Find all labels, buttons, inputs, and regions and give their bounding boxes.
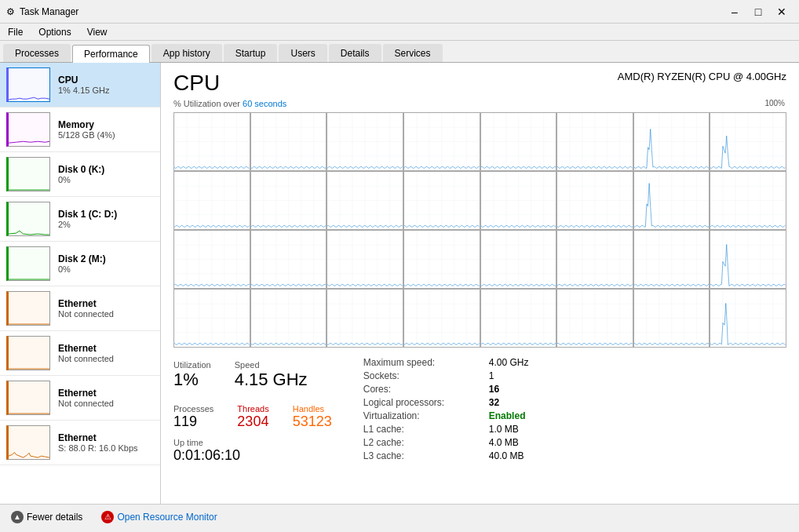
- eth1-sparkline: [6, 291, 50, 326]
- threads-value: 2304: [237, 414, 268, 430]
- cpu-core-cell-3: [404, 113, 480, 170]
- svg-rect-0: [9, 68, 49, 101]
- sidebar-item-disk1[interactable]: Disk 1 (C: D:) 2%: [0, 197, 160, 242]
- menu-file[interactable]: File: [3, 25, 27, 39]
- content-area: CPU AMD(R) RYZEN(R) CPU @ 4.00GHz % Util…: [161, 63, 799, 504]
- utilization-stat-label: Utilization: [173, 360, 211, 370]
- cpu-sparkline: [6, 67, 50, 102]
- svg-rect-1: [9, 113, 49, 146]
- sidebar-item-eth1[interactable]: Ethernet Not connected: [0, 286, 160, 331]
- content-header: CPU AMD(R) RYZEN(R) CPU @ 4.00GHz: [173, 71, 786, 96]
- cpu-core-cell-21: [557, 231, 633, 288]
- eth3-label: Ethernet: [58, 388, 154, 399]
- tab-details[interactable]: Details: [329, 44, 381, 62]
- disk0-label: Disk 0 (K:): [58, 164, 154, 175]
- utilization-label: % Utilization over 60 seconds: [173, 99, 286, 108]
- sidebar-item-eth3[interactable]: Ethernet Not connected: [0, 376, 160, 421]
- memory-label: Memory: [58, 119, 154, 130]
- disk2-label: Disk 2 (M:): [58, 253, 154, 264]
- disk0-sublabel: 0%: [58, 175, 154, 184]
- maximize-button[interactable]: □: [747, 3, 769, 20]
- menu-view[interactable]: View: [82, 25, 112, 39]
- sockets-val: 1: [489, 370, 583, 381]
- cpu-core-cell-31: [710, 290, 786, 347]
- window-title: Task Manager: [20, 6, 78, 17]
- bottom-bar: ▲ Fewer details ⚠ Open Resource Monitor: [0, 504, 799, 529]
- cpu-core-cell-30: [634, 290, 710, 347]
- minimize-button[interactable]: –: [724, 3, 746, 20]
- fewer-details-button[interactable]: ▲ Fewer details: [8, 509, 86, 525]
- svg-rect-4: [9, 247, 49, 280]
- tab-services[interactable]: Services: [383, 44, 443, 62]
- eth4-label: Ethernet: [58, 432, 154, 443]
- uptime-value: 0:01:06:10: [173, 447, 332, 464]
- page-title: CPU: [173, 71, 220, 96]
- cpu-core-cell-0: [174, 113, 250, 170]
- cpu-core-cell-15: [710, 172, 786, 229]
- tab-processes[interactable]: Processes: [3, 44, 71, 62]
- tab-users[interactable]: Users: [279, 44, 327, 62]
- sidebar-item-disk0[interactable]: Disk 0 (K:) 0%: [0, 152, 160, 197]
- speed-stat-value: 4.15 GHz: [235, 370, 308, 390]
- disk1-sparkline: [6, 202, 50, 236]
- cpu-core-cell-13: [557, 172, 633, 229]
- sidebar-item-cpu[interactable]: CPU 1% 4.15 GHz: [0, 63, 160, 107]
- handles-value: 53123: [293, 414, 332, 430]
- svg-rect-2: [9, 158, 49, 191]
- sockets-key: Sockets:: [363, 370, 489, 381]
- tab-app-history[interactable]: App history: [151, 44, 222, 62]
- fewer-icon: ▲: [11, 511, 24, 523]
- tab-performance[interactable]: Performance: [72, 45, 150, 63]
- sidebar-item-memory[interactable]: Memory 5/128 GB (4%): [0, 107, 160, 152]
- processes-value: 119: [173, 414, 213, 430]
- cpu-core-cell-26: [327, 290, 403, 347]
- open-resource-monitor-button[interactable]: ⚠ Open Resource Monitor: [98, 509, 220, 525]
- close-button[interactable]: ✕: [771, 3, 793, 20]
- cpu-core-cell-1: [251, 113, 327, 170]
- sidebar-item-disk2[interactable]: Disk 2 (M:) 0%: [0, 242, 160, 286]
- utilization-stat-value: 1%: [173, 370, 211, 390]
- l3-key: L3 cache:: [363, 450, 489, 461]
- cpu-core-cell-28: [481, 290, 556, 347]
- svg-rect-7: [9, 381, 49, 414]
- cpu-core-cell-18: [327, 231, 403, 288]
- l3-val: 40.0 MB: [489, 450, 583, 461]
- processes-stat: Processes 119: [173, 404, 213, 430]
- cpu-core-cell-20: [481, 231, 556, 288]
- sidebar-item-eth4[interactable]: Ethernet S: 88.0 R: 16.0 Kbps: [0, 421, 160, 465]
- sidebar-item-eth2[interactable]: Ethernet Not connected: [0, 331, 160, 376]
- menu-options[interactable]: Options: [34, 25, 75, 39]
- tab-bar: Processes Performance App history Startu…: [0, 41, 799, 63]
- disk1-sublabel: 2%: [58, 220, 154, 229]
- logical-val: 32: [489, 397, 583, 408]
- speed-stat: Speed 4.15 GHz: [235, 360, 308, 390]
- tab-startup[interactable]: Startup: [224, 44, 278, 62]
- utilization-row: % Utilization over 60 seconds 100%: [173, 99, 786, 111]
- stats-left: Utilization 1% Speed 4.15 GHz Processes …: [173, 357, 332, 470]
- monitor-label: Open Resource Monitor: [117, 512, 217, 523]
- disk0-sparkline: [6, 157, 50, 191]
- cpu-sublabel: 1% 4.15 GHz: [58, 86, 154, 95]
- uptime-label: Up time: [173, 438, 332, 447]
- cpu-core-cell-24: [174, 290, 250, 347]
- cpu-core-cell-12: [481, 172, 556, 229]
- utilization-stat: Utilization 1%: [173, 360, 211, 390]
- cpu-core-cell-23: [710, 231, 786, 288]
- cpu-subtitle: AMD(R) RYZEN(R) CPU @ 4.00GHz: [618, 71, 786, 82]
- eth4-sparkline: [6, 425, 50, 460]
- cpu-core-cell-2: [327, 113, 403, 170]
- cpu-core-cell-27: [404, 290, 480, 347]
- handles-label: Handles: [293, 404, 332, 414]
- eth1-sublabel: Not connected: [58, 309, 154, 319]
- l2-val: 4.0 MB: [489, 437, 583, 448]
- svg-rect-5: [9, 292, 49, 325]
- cpu-core-cell-9: [251, 172, 327, 229]
- cpu-graph-grid: [173, 112, 786, 348]
- sidebar: CPU 1% 4.15 GHz Memory 5/128 GB (4%): [0, 63, 161, 504]
- app-icon: ⚙: [6, 6, 15, 17]
- cpu-core-cell-17: [251, 231, 327, 288]
- cpu-core-cell-22: [634, 231, 710, 288]
- max-speed-val: 4.00 GHz: [489, 357, 583, 368]
- memory-sparkline: [6, 112, 50, 147]
- l2-key: L2 cache:: [363, 437, 489, 448]
